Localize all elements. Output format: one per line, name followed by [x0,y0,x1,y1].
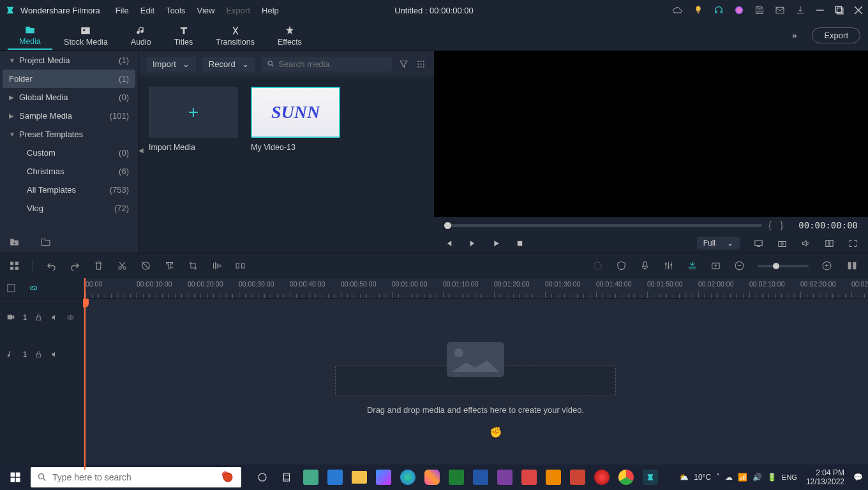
headphones-icon[interactable] [714,5,724,15]
tab-effects[interactable]: Effects [266,22,313,49]
battery-icon[interactable]: 🔋 [767,473,777,482]
lock-icon[interactable] [34,350,43,359]
taskbar-app-explorer[interactable] [348,464,370,490]
layout-icon[interactable] [825,239,834,248]
filter-icon[interactable] [398,59,409,70]
preview-canvas[interactable] [434,51,868,217]
download-icon[interactable] [795,5,805,15]
next-frame-icon[interactable] [468,239,477,248]
menu-help[interactable]: Help [262,6,279,15]
mixer-icon[interactable] [663,260,674,271]
play-icon[interactable] [491,239,501,248]
mute-icon[interactable] [50,313,59,322]
export-button[interactable]: Export [812,27,860,43]
in-out-brackets[interactable]: {} [768,220,792,230]
stop-icon[interactable] [515,239,525,248]
tab-transitions[interactable]: Transitions [204,22,266,49]
taskbar-app-opera[interactable] [591,464,613,490]
track-options-icon[interactable] [6,283,16,293]
menu-edit[interactable]: Edit [140,6,154,15]
display-icon[interactable] [754,239,763,248]
marker-icon[interactable] [140,260,151,271]
sidebar-item-sample-media[interactable]: ▶Sample Media(101) [0,107,138,125]
taskbar-app[interactable] [542,464,564,490]
tab-audio[interactable]: Audio [119,22,163,49]
taskbar-app[interactable] [300,464,322,490]
taskbar-app-powerpoint[interactable] [567,464,588,490]
taskbar-app-instagram[interactable] [421,464,443,490]
cloud-icon[interactable] [673,5,683,15]
sidebar-item-all-templates[interactable]: All Templates(753) [0,181,138,199]
sidebar-item-global-media[interactable]: ▶Global Media(0) [0,88,138,107]
zoom-slider[interactable] [758,265,809,267]
taskbar-app-cortana[interactable] [276,464,297,490]
search-input[interactable] [262,57,392,71]
taskbar-app-word[interactable] [470,464,491,490]
import-media-tile[interactable]: + Import Media [149,87,238,152]
speed-icon[interactable] [211,260,222,271]
taskbar-app-filmora[interactable] [640,464,661,490]
zoom-out-icon[interactable] [734,260,745,271]
collapse-sidebar-icon[interactable]: ◀ [138,147,144,154]
mail-icon[interactable] [775,5,785,15]
record-dropdown[interactable]: Record⌄ [202,57,255,71]
expand-tabs-icon[interactable]: » [792,31,797,40]
language-icon[interactable]: ENG [782,473,797,481]
sidebar-item-christmas[interactable]: Christmas(6) [0,162,138,181]
drop-zone[interactable]: Drag and drop media and effects here to … [179,342,772,415]
visibility-icon[interactable] [66,313,75,322]
fit-icon[interactable] [845,260,859,271]
import-dropdown[interactable]: Import⌄ [146,57,196,71]
sidebar-item-custom[interactable]: Custom(0) [0,144,138,162]
shield-icon[interactable] [616,260,627,271]
taskbar-app-edge[interactable] [397,464,419,490]
clock[interactable]: 2:04 PM12/13/2022 [806,468,844,487]
task-view-icon[interactable] [251,464,273,490]
tab-titles[interactable]: Titles [163,22,204,49]
magnet-icon[interactable] [687,260,698,271]
grid-view-icon[interactable] [415,59,426,70]
prev-frame-icon[interactable] [444,239,454,248]
audio-track-header[interactable]: 1 [0,336,83,373]
cut-icon[interactable] [117,260,128,271]
volume-icon[interactable] [801,239,811,248]
tray-chevron-icon[interactable]: ˄ [716,473,720,482]
quality-dropdown[interactable]: Full⌄ [697,237,740,249]
onedrive-icon[interactable]: ☁ [725,473,733,482]
split-icon[interactable] [235,260,246,271]
video-track-header[interactable]: 1 [0,299,83,336]
save-icon[interactable] [754,5,765,15]
scrub-handle[interactable] [444,222,451,229]
redo-icon[interactable] [70,260,80,271]
taskbar-app-chrome[interactable] [615,464,637,490]
timeline-ruler[interactable]: 00:0000:00:10:0000:00:20:0000:00:30:0000… [83,278,868,299]
timeline-body[interactable]: 00:0000:00:10:0000:00:20:0000:00:30:0000… [83,278,868,470]
lock-icon[interactable] [34,313,43,322]
taskbar-app-onenote[interactable] [494,464,516,490]
notifications-icon[interactable]: 💬 [853,473,863,482]
sidebar-item-preset-templates[interactable]: ▼Preset Templates [0,125,138,144]
wifi-icon[interactable]: 📶 [738,473,747,482]
mic-icon[interactable] [640,260,650,271]
menu-file[interactable]: File [116,6,129,15]
taskbar-app-store[interactable] [373,464,394,490]
lightbulb-icon[interactable] [693,5,703,15]
minimize-button[interactable] [816,6,825,15]
start-button[interactable] [0,464,31,490]
add-marker-icon[interactable] [710,260,721,271]
undo-icon[interactable] [46,260,57,271]
text-icon[interactable] [164,260,175,271]
volume-tray-icon[interactable]: 🔊 [752,473,762,482]
layout-options-icon[interactable] [9,260,20,271]
taskbar-app-excel[interactable] [445,464,467,490]
crop-icon[interactable] [188,260,198,271]
weather-icon[interactable]: ⛅ [679,473,689,482]
temperature[interactable]: 10°C [694,473,711,482]
sidebar-item-project-media[interactable]: ▼Project Media(1) [0,51,138,70]
playhead[interactable] [84,278,86,470]
snapshot-icon[interactable] [777,239,787,248]
close-button[interactable] [854,6,863,15]
sidebar-item-folder[interactable]: Folder(1) [3,70,135,88]
scrub-bar[interactable] [444,224,762,227]
taskbar-app[interactable] [518,464,540,490]
